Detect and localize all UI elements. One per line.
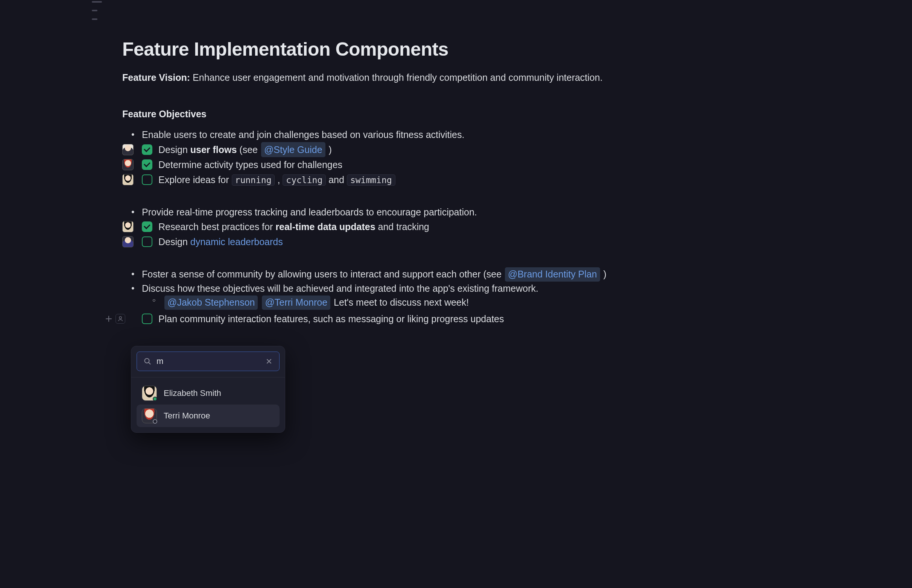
task-checkbox[interactable]: [142, 174, 152, 185]
vision-text: Enhance user engagement and motivation t…: [190, 72, 603, 83]
avatar: [142, 408, 157, 423]
assignee-avatar[interactable]: [122, 221, 134, 233]
objective-bullet: Foster a sense of community by allowing …: [142, 267, 912, 282]
task-checkbox[interactable]: [142, 313, 152, 324]
person-icon: [117, 316, 123, 322]
task-text: Research best practices for real-time da…: [159, 219, 429, 234]
task-text: Plan community interaction features, suc…: [159, 311, 504, 326]
assignee-popover: Elizabeth Smith Terri Monroe: [131, 346, 285, 433]
task-row[interactable]: Plan community interaction features, suc…: [122, 311, 912, 326]
code-chip: cycling: [283, 174, 326, 186]
sub-bullet: @Jakob Stephenson @Terri Monroe Let's me…: [164, 296, 912, 310]
assignee-search-field[interactable]: [136, 352, 280, 371]
document-outline-indicator: [92, 1, 102, 20]
task-checkbox[interactable]: [142, 159, 152, 170]
objective-bullet: Provide real-time progress tracking and …: [142, 205, 912, 220]
add-block-button[interactable]: [105, 315, 112, 323]
link-dynamic-leaderboards[interactable]: dynamic leaderboards: [190, 236, 283, 247]
assignee-avatar[interactable]: [122, 159, 134, 170]
person-name: Elizabeth Smith: [164, 388, 221, 398]
feature-vision-line: Feature Vision: Enhance user engagement …: [122, 72, 912, 83]
task-row[interactable]: Explore ideas for running , cycling and …: [122, 172, 912, 187]
mention-style-guide[interactable]: @Style Guide: [261, 142, 326, 157]
status-offline-icon: [153, 419, 157, 424]
mention-brand-identity-plan[interactable]: @Brand Identity Plan: [505, 267, 600, 282]
avatar: [142, 386, 157, 401]
task-text: Design dynamic leaderboards: [159, 234, 283, 249]
assignee-avatar[interactable]: [122, 144, 134, 155]
mention-jakob-stephenson[interactable]: @Jakob Stephenson: [164, 296, 258, 310]
search-icon: [144, 357, 151, 365]
task-checkbox[interactable]: [142, 221, 152, 232]
code-chip: swimming: [347, 174, 395, 186]
task-checkbox[interactable]: [142, 144, 152, 155]
assignee-search-input[interactable]: [157, 356, 260, 366]
vision-label: Feature Vision:: [122, 72, 190, 83]
clear-icon[interactable]: [266, 358, 272, 365]
plus-icon: [105, 315, 112, 322]
person-name: Terri Monroe: [164, 411, 210, 421]
svg-point-1: [145, 359, 149, 363]
task-text: Design user flows (see @Style Guide ): [159, 142, 332, 157]
task-row[interactable]: Determine activity types used for challe…: [122, 157, 912, 172]
task-row[interactable]: Design dynamic leaderboards: [122, 234, 912, 249]
assignee-option-terri-monroe[interactable]: Terri Monroe: [136, 404, 280, 427]
assignee-option-elizabeth-smith[interactable]: Elizabeth Smith: [136, 382, 280, 404]
code-chip: running: [232, 174, 275, 186]
task-text: Determine activity types used for challe…: [159, 157, 342, 172]
objective-bullet: Enable users to create and join challeng…: [142, 128, 912, 142]
feature-objectives-heading: Feature Objectives: [122, 109, 912, 120]
assign-person-button[interactable]: [115, 314, 125, 324]
task-checkbox[interactable]: [142, 236, 152, 247]
mention-terri-monroe[interactable]: @Terri Monroe: [262, 296, 330, 310]
status-online-icon: [153, 397, 157, 401]
svg-point-0: [119, 317, 121, 319]
task-row[interactable]: Research best practices for real-time da…: [122, 219, 912, 234]
page-title: Feature Implementation Components: [122, 38, 912, 60]
assignee-avatar[interactable]: [122, 174, 134, 185]
assignee-avatar[interactable]: [122, 236, 134, 247]
task-row[interactable]: Design user flows (see @Style Guide ): [122, 142, 912, 157]
divider: [131, 377, 285, 378]
task-text: Explore ideas for running , cycling and …: [159, 172, 395, 187]
objective-bullet: Discuss how these objectives will be ach…: [142, 282, 912, 310]
